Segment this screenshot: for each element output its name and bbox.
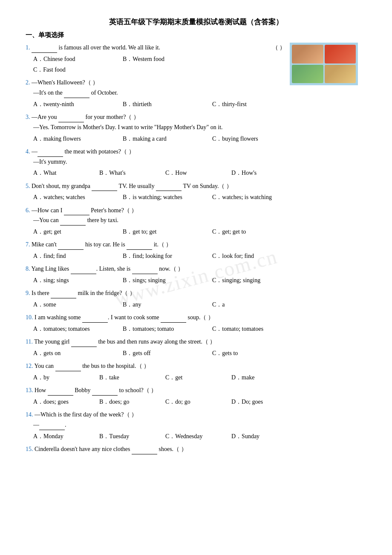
options-row: A．gets onB．gets offC．gets to (33, 348, 366, 358)
question-num: 9. (26, 290, 30, 296)
options-row: A．find; findB．find; looking forC．look fo… (33, 251, 366, 261)
option: A．making flowers (33, 133, 118, 144)
options-row: A．someB．anyC．a (33, 299, 366, 310)
option: C．tomato; tomatoes (212, 324, 297, 334)
question-num: 2. (26, 79, 30, 86)
option: A．sing; sings (33, 275, 118, 286)
question-block-8: 8. Yang Ling likes . Listen, she is now.… (26, 264, 366, 286)
fill-blank (82, 317, 108, 323)
options-row: A．get; getB．get to; getC．get; get to (33, 226, 366, 237)
option: B．thirtieth (123, 99, 208, 110)
options-row: A．making flowersB．making a cardC．buying … (33, 133, 366, 144)
option: B．Tuesday (99, 431, 165, 442)
options-row: A．Chinese foodB．Western foodC．Fast food (33, 54, 285, 75)
question-num: 6. (26, 207, 30, 214)
option: A．What (33, 168, 99, 178)
options-row: A．twenty-ninthB．thirtiethC．thirty-first (33, 99, 366, 110)
food-img-grid (290, 43, 358, 85)
option: C．do; go (165, 396, 231, 407)
question-line: 13. How Bobby to school?（ ） (26, 385, 366, 396)
question-num: 5. (26, 183, 30, 189)
option: D．How's (231, 168, 297, 178)
options-row: A．by B．take C．get D．make (33, 372, 366, 383)
question-num: 3. (26, 114, 30, 120)
question-block-13: 13. How Bobby to school?（ ）A．does; goes … (26, 385, 366, 407)
option: A．get; get (33, 226, 118, 237)
fill-blank (132, 448, 157, 454)
question-num: 12. (26, 363, 33, 369)
food-cell-4 (325, 65, 356, 84)
option: B．gets off (123, 348, 208, 358)
options-row: A．sing; singsB．sings; singingC．singing; … (33, 275, 366, 286)
question-line: 14. —Which is the first day of the week?… (26, 410, 366, 420)
fill-blank (55, 365, 81, 371)
option: A．twenty-ninth (33, 99, 118, 110)
question-num: 10. (26, 314, 33, 321)
question-line: 4. — the meat with potatoes?（ ） (26, 147, 366, 157)
question-num: 7. (26, 241, 30, 248)
sub-question: —Yes. Tomorrow is Mother's Day. I want t… (33, 122, 366, 133)
fill-blank (92, 390, 118, 396)
fill-blank (71, 268, 96, 274)
question-num: 15. (26, 446, 33, 452)
question-block-9: 9. Is there milk in the fridge?（ ）A．some… (26, 288, 366, 310)
sub-question: —You can there by taxi. (33, 215, 366, 225)
food-image-container (290, 43, 366, 90)
option: D．Sunday (231, 431, 297, 442)
options-row: A．watches; watchesB．is watching; watches… (33, 192, 366, 202)
option: C．get (165, 372, 231, 383)
option: B．What's (99, 168, 165, 178)
question-num: 1. (26, 44, 30, 51)
page-title: 英语五年级下学期期末质量模拟试卷测试题（含答案） (26, 17, 366, 27)
option: C．How (165, 168, 231, 178)
option: A．does; goes (33, 396, 99, 407)
section-title: 一、单项选择 (26, 31, 366, 39)
option: A．Monday (33, 431, 99, 442)
option: B．find; looking for (123, 251, 208, 261)
option: B．take (99, 372, 165, 383)
question-block-10: 10. I am washing some . I want to cook s… (26, 312, 366, 334)
food-cell-1 (292, 45, 323, 64)
question-line: 3. —Are you for your mother?（ ） (26, 112, 366, 122)
option: C．watches; is watching (212, 192, 297, 202)
bracket: （ ） (272, 43, 286, 53)
fill-blank (161, 317, 186, 323)
food-cell-3 (292, 65, 323, 84)
question-num: 13. (26, 387, 33, 393)
options-row: A．Monday B．Tuesday C．Wednesday D．Sunday (33, 431, 366, 442)
option: A．by (33, 372, 99, 383)
question-line: 11. The young girl the bus and then runs… (26, 337, 366, 347)
option: C．Wednesday (165, 431, 231, 442)
option: C．singing; singing (212, 275, 297, 286)
option: B．does; go (99, 396, 165, 407)
question-block-3: 3. —Are you for your mother?（ ）—Yes. Tom… (26, 112, 366, 144)
fill-blank (127, 244, 152, 250)
option: C．buying flowers (212, 133, 297, 144)
question-line: 6. —How can I Peter's home?（ ） (26, 205, 366, 216)
sub-question: —. (33, 420, 366, 430)
option: A．tomatoes; tomatoes (33, 324, 118, 334)
question-block-15: 15. Cinderella doesn't have any nice clo… (26, 444, 366, 454)
option: C．a (212, 299, 297, 310)
option: B．tomatoes; tomato (123, 324, 208, 334)
option: B．sings; singing (123, 275, 208, 286)
fill-blank (58, 116, 84, 122)
fill-blank (60, 220, 86, 225)
question-line: 5. Don't shout, my grandpa TV. He usuall… (26, 181, 366, 191)
fill-blank (58, 244, 84, 250)
fill-blank (48, 390, 73, 396)
option: C．get; get to (212, 226, 297, 237)
question-text: 1. is famous all over the world. We all … (26, 43, 272, 53)
question-block-7: 7. Mike can't his toy car. He is it.（ ）A… (26, 240, 366, 261)
options-row: A．What B．What's C．How D．How's (33, 168, 366, 178)
fill-blank (64, 209, 89, 215)
question-line: 1. is famous all over the world. We all … (26, 43, 285, 53)
food-cell-2 (325, 45, 356, 64)
question-num: 14. (26, 411, 33, 418)
fill-blank (39, 424, 65, 430)
option: C．thirty-first (212, 99, 297, 110)
question-line: 15. Cinderella doesn't have any nice clo… (26, 444, 366, 454)
options-row: A．tomatoes; tomatoesB．tomatoes; tomatoC．… (33, 324, 366, 334)
option: B．any (123, 299, 208, 310)
question-line: 7. Mike can't his toy car. He is it.（ ） (26, 240, 366, 250)
